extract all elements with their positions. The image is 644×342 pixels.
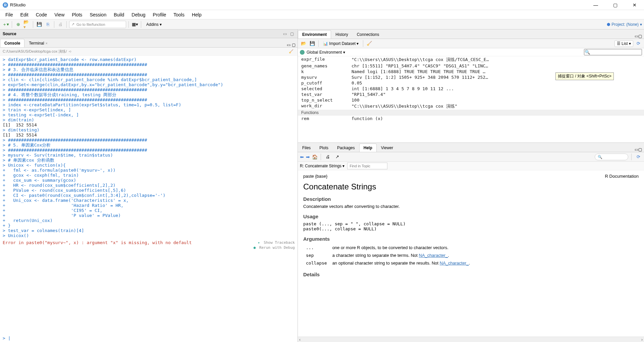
console-line: + PValue <- round(cox_sum$coefficients[,…	[3, 188, 295, 193]
console-line: > ######################################…	[3, 87, 295, 92]
menu-plots[interactable]: Plots	[68, 11, 86, 19]
help-arg-row: ...one or more R objects, to be converte…	[303, 244, 473, 251]
console-line: > mysurv <- Surv(train$time, train$statu…	[3, 153, 295, 158]
env-var-expr_file[interactable]: expr_file"C:\\Users\\ASUS\\Desktop\\tcga…	[298, 56, 644, 63]
env-functions-header: Functions	[298, 110, 644, 116]
save-button[interactable]: 💾	[36, 21, 43, 28]
menu-session[interactable]: Session	[86, 11, 110, 19]
env-var-test_var[interactable]: test_var"RP11_54H7.4"	[298, 92, 644, 97]
maximize-button[interactable]: ▢	[608, 0, 622, 10]
rstudio-logo-icon: R	[3, 2, 8, 8]
source-maximize-icon[interactable]: ▢	[289, 31, 295, 37]
help-forward-button[interactable]: ➡	[306, 154, 310, 160]
menu-code[interactable]: Code	[33, 11, 50, 19]
help-home-button[interactable]: 🏠	[312, 154, 318, 160]
save-workspace-button[interactable]: 💾	[309, 40, 316, 47]
new-project-button[interactable]: ⊕	[14, 21, 22, 28]
env-func-rem[interactable]: remfunction (x)	[298, 116, 644, 121]
env-view-mode[interactable]: ☰ List ▾	[614, 40, 633, 47]
console-line: + Uni_cox <- data.frame('Characteristics…	[3, 198, 295, 203]
tab-connections[interactable]: Connections	[353, 30, 384, 39]
console-output[interactable]: > datExpr$bcr_patient_barcode <- row.nam…	[0, 56, 298, 334]
env-search-input[interactable]	[584, 49, 642, 55]
console-tab[interactable]: Console	[0, 39, 24, 47]
console-line: > ######################################…	[3, 62, 295, 67]
grid-button[interactable]: ▦▾	[131, 21, 139, 28]
help-refresh-button[interactable]: ⟳	[635, 153, 642, 161]
help-min-icon[interactable]: ▭	[635, 147, 638, 152]
console-line: [1] 152 5514	[3, 132, 295, 137]
menu-build[interactable]: Build	[110, 11, 127, 19]
help-back-button[interactable]: ⬅	[300, 154, 304, 160]
close-button[interactable]: ✕	[628, 0, 641, 10]
environment-list[interactable]: expr_file"C:\\Users\\ASUS\\Desktop\\tcga…	[298, 56, 644, 142]
console-maximize-icon[interactable]: ▢	[292, 43, 296, 47]
tab-packages[interactable]: Packages	[333, 144, 359, 152]
minimize-button[interactable]: —	[589, 0, 602, 10]
screenshot-tooltip: 捕捉窗口 / 对象 <Shift+PrtSc>	[555, 72, 614, 80]
console-line: + cox_sum <- summary(gcox)	[3, 178, 295, 183]
help-find-input[interactable]	[347, 163, 387, 169]
console-minimize-icon[interactable]: ▭	[287, 43, 290, 47]
menu-view[interactable]: View	[51, 11, 68, 19]
source-pane-header: Source ▭ ▢	[0, 30, 298, 38]
console-line: > ######################################…	[3, 137, 295, 142]
rerun-debug-link[interactable]: ● Rerun with Debug	[254, 245, 295, 250]
help-popout-button[interactable]: ↗	[333, 153, 341, 161]
help-link[interactable]: NA_character_	[440, 261, 469, 266]
env-min-icon[interactable]: ▭	[635, 34, 638, 39]
open-file-button[interactable]: 📂▾	[23, 21, 31, 28]
menu-help[interactable]: Help	[189, 11, 205, 19]
tab-plots[interactable]: Plots	[315, 144, 333, 152]
close-icon[interactable]: ×	[46, 42, 48, 45]
tab-history[interactable]: History	[331, 30, 352, 39]
menu-edit[interactable]: Edit	[17, 11, 32, 19]
help-print-button[interactable]: 🖨	[324, 153, 331, 161]
tab-files[interactable]: Files	[298, 144, 315, 152]
tab-help[interactable]: Help	[359, 144, 377, 152]
help-hscroll[interactable]: ‹›	[298, 337, 644, 342]
import-dataset-menu[interactable]: 📊 Import Dataset ▾	[321, 41, 361, 47]
source-minimize-icon[interactable]: ▭	[282, 31, 288, 37]
menu-tools[interactable]: Tools	[170, 11, 188, 19]
console-error: Error in paste0("mysurv~", x) : argument…	[3, 240, 295, 245]
tab-viewer[interactable]: Viewer	[377, 144, 397, 152]
console-line: > Unicox <- function(x){	[3, 163, 295, 168]
clear-console-icon[interactable]: 🧹	[289, 49, 293, 54]
menu-debug[interactable]: Debug	[128, 11, 149, 19]
env-var-top_n_select[interactable]: top_n_select100	[298, 97, 644, 103]
env-var-gene_names[interactable]: gene_nameschr [1:5511] "RP11_54H7.4" "CA…	[298, 63, 644, 69]
console-line: > # 单因素cox 分析函数	[3, 158, 295, 163]
menu-file[interactable]: File	[2, 11, 16, 19]
window-title: RStudio	[10, 2, 589, 7]
env-var-p_cutoff[interactable]: p_cutoff0.05	[298, 80, 644, 86]
help-max-icon[interactable]: ▢	[638, 147, 642, 152]
terminal-tab[interactable]: Terminal×	[24, 39, 52, 47]
tab-environment[interactable]: Environment	[298, 30, 331, 39]
path-arrow-icon[interactable]: ➪	[69, 49, 72, 54]
console-line: > ######################################…	[3, 97, 295, 102]
env-max-icon[interactable]: ▢	[638, 34, 642, 39]
console-line: > dim(train)	[3, 117, 295, 122]
project-selector[interactable]: ⬢Project: (None) ▾	[607, 22, 642, 27]
help-search-input[interactable]	[595, 154, 628, 160]
print-button[interactable]: 🖨	[57, 21, 64, 28]
console-line: > dim(testing)	[3, 127, 295, 132]
env-var-work_dir[interactable]: work_dir"C:\\Users\\ASUS\\Desktop\\tcga …	[298, 103, 644, 110]
goto-file-input[interactable]: ↗Go to file/function	[69, 21, 126, 28]
env-scope-selector[interactable]: Global Environment ▾	[307, 50, 345, 55]
env-var-selected[interactable]: selectedint [1:6888] 1 3 4 5 7 8 9 10 11…	[298, 86, 644, 92]
save-all-button[interactable]: ⎘	[44, 21, 52, 28]
console-line: + }	[3, 223, 295, 228]
help-topic-title[interactable]: R: Concatenate Strings ▾	[300, 164, 344, 168]
addins-menu[interactable]: Addins ▾	[144, 21, 164, 27]
new-file-button[interactable]: ＋▾	[2, 21, 9, 28]
clear-env-button[interactable]: 🧹	[366, 40, 373, 47]
help-content[interactable]: paste {base} R Documentation Concatenate…	[298, 170, 644, 337]
refresh-env-button[interactable]: ⟳	[635, 40, 642, 47]
menu-profile[interactable]: Profile	[150, 11, 170, 19]
help-link[interactable]: NA_character_	[419, 253, 448, 258]
load-workspace-button[interactable]: 📂	[300, 40, 307, 47]
show-traceback-link[interactable]: ▸ Show Traceback	[258, 240, 295, 245]
console-prompt[interactable]: > |	[0, 334, 298, 342]
